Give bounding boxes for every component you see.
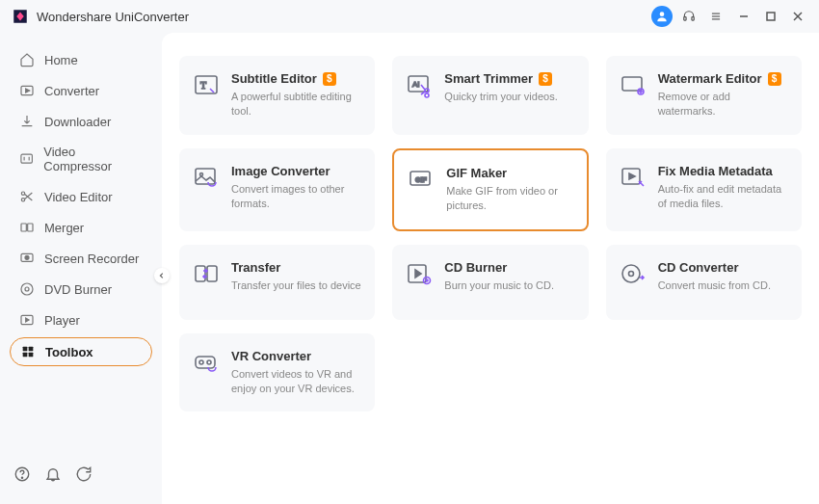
tool-image-converter[interactable]: Image Converter Convert images to other … <box>179 148 375 231</box>
svg-marker-42 <box>629 173 635 179</box>
svg-marker-22 <box>26 318 29 322</box>
watermark-icon <box>620 71 647 98</box>
svg-rect-1 <box>684 17 686 20</box>
sidebar-item-label: Merger <box>44 221 84 235</box>
svg-point-28 <box>21 477 22 478</box>
svg-marker-11 <box>26 89 30 93</box>
sidebar-footer <box>6 456 156 492</box>
svg-point-20 <box>25 287 29 291</box>
svg-point-47 <box>424 277 431 283</box>
sidebar-item-compressor[interactable]: Video Compressor <box>10 139 152 179</box>
tool-desc: Convert music from CD. <box>658 279 788 293</box>
tool-desc: Auto-fix and edit metadata of media file… <box>658 182 788 212</box>
svg-rect-26 <box>29 353 34 358</box>
tool-cd-burner[interactable]: CD Burner Burn your music to CD. <box>392 245 588 320</box>
merge-icon <box>19 220 35 235</box>
tool-title: CD Burner <box>444 260 507 275</box>
tool-title: Fix Media Metadata <box>658 164 773 178</box>
tool-title: CD Converter <box>658 260 739 275</box>
tool-desc: Convert videos to VR and enjoy on your V… <box>231 367 361 397</box>
svg-text:AI: AI <box>412 80 420 89</box>
converter-icon <box>19 83 35 98</box>
svg-marker-46 <box>415 270 421 278</box>
scissors-icon <box>19 189 35 204</box>
headset-icon[interactable] <box>678 6 700 27</box>
sidebar-item-label: Toolbox <box>45 345 93 359</box>
play-icon <box>19 312 35 328</box>
app-title: Wondershare UniConverter <box>37 10 189 24</box>
gif-icon: GIF <box>408 166 435 193</box>
tool-vr-converter[interactable]: VR Converter Convert videos to VR and en… <box>179 333 375 412</box>
svg-rect-7 <box>767 13 775 20</box>
account-icon[interactable] <box>651 6 673 27</box>
sidebar-item-recorder[interactable]: Screen Recorder <box>10 245 152 272</box>
tool-title: GIF Maker <box>446 166 507 180</box>
trimmer-icon: AI <box>406 71 433 98</box>
tool-desc: A powerful subtitle editing tool. <box>231 90 361 119</box>
tool-transfer[interactable]: Transfer Transfer your files to device <box>179 245 375 320</box>
tool-smart-trimmer[interactable]: AI Smart Trimmer $ Quicky trim your vide… <box>392 56 588 135</box>
sidebar-item-editor[interactable]: Video Editor <box>10 183 152 210</box>
svg-point-50 <box>628 271 633 276</box>
sidebar-item-label: Player <box>44 313 80 328</box>
paid-badge: $ <box>768 72 781 86</box>
sidebar-item-downloader[interactable]: Downloader <box>10 108 152 135</box>
svg-rect-23 <box>23 347 28 352</box>
svg-text:GIF: GIF <box>415 176 427 183</box>
download-icon <box>19 114 35 129</box>
content: Home Converter Downloader Video Compress… <box>0 33 819 504</box>
sidebar-item-label: DVD Burner <box>44 282 112 297</box>
metadata-icon <box>620 164 647 191</box>
sidebar-item-converter[interactable]: Converter <box>10 77 152 104</box>
tool-fix-metadata[interactable]: Fix Media Metadata Auto-fix and edit met… <box>606 148 802 231</box>
svg-rect-37 <box>196 169 215 184</box>
tool-title: Watermark Editor <box>658 71 762 86</box>
recorder-icon <box>19 251 35 266</box>
svg-point-49 <box>622 265 640 282</box>
minimize-button[interactable] <box>734 7 753 26</box>
tool-title: Image Converter <box>231 164 330 178</box>
sidebar-item-label: Converter <box>44 84 99 98</box>
disc-icon <box>19 281 35 297</box>
tool-grid: T Subtitle Editor $ A powerful subtitle … <box>179 56 802 411</box>
svg-point-34 <box>425 93 429 97</box>
help-icon[interactable] <box>13 465 31 483</box>
tool-watermark-editor[interactable]: Watermark Editor $ Remove or add waterma… <box>606 56 802 135</box>
sidebar-item-merger[interactable]: Merger <box>10 214 152 241</box>
tool-desc: Make GIF from video or pictures. <box>446 184 572 214</box>
svg-point-18 <box>25 255 29 259</box>
svg-rect-2 <box>692 17 694 20</box>
compress-icon <box>19 151 34 167</box>
feedback-icon[interactable] <box>75 465 92 483</box>
menu-icon[interactable] <box>705 6 727 27</box>
sidebar-item-player[interactable]: Player <box>10 306 152 333</box>
svg-rect-15 <box>21 224 26 231</box>
collapse-sidebar-button[interactable] <box>154 268 170 283</box>
svg-point-0 <box>660 12 665 16</box>
svg-point-48 <box>426 279 428 281</box>
svg-rect-51 <box>196 357 215 368</box>
transfer-icon <box>193 260 220 287</box>
svg-point-19 <box>21 283 33 295</box>
sidebar-item-home[interactable]: Home <box>10 46 152 73</box>
close-button[interactable] <box>788 7 807 26</box>
svg-rect-43 <box>196 266 205 281</box>
maximize-button[interactable] <box>761 7 780 26</box>
subtitle-icon: T <box>193 71 220 98</box>
svg-rect-44 <box>207 266 217 281</box>
svg-rect-24 <box>29 347 34 352</box>
svg-rect-25 <box>23 353 28 358</box>
sidebar-item-label: Screen Recorder <box>44 252 139 266</box>
tool-gif-maker[interactable]: GIF GIF Maker Make GIF from video or pic… <box>392 148 588 231</box>
main-panel: T Subtitle Editor $ A powerful subtitle … <box>162 33 819 504</box>
sidebar-item-toolbox[interactable]: Toolbox <box>10 337 152 366</box>
sidebar-item-dvd[interactable]: DVD Burner <box>10 276 152 303</box>
tool-cd-converter[interactable]: CD Converter Convert music from CD. <box>606 245 802 320</box>
cd-convert-icon <box>620 260 647 287</box>
paid-badge: $ <box>539 72 552 86</box>
tool-title: Subtitle Editor <box>231 71 317 86</box>
paid-badge: $ <box>323 72 336 86</box>
tool-subtitle-editor[interactable]: T Subtitle Editor $ A powerful subtitle … <box>179 56 375 135</box>
bell-icon[interactable] <box>44 465 62 483</box>
tool-title: Smart Trimmer <box>444 71 533 86</box>
